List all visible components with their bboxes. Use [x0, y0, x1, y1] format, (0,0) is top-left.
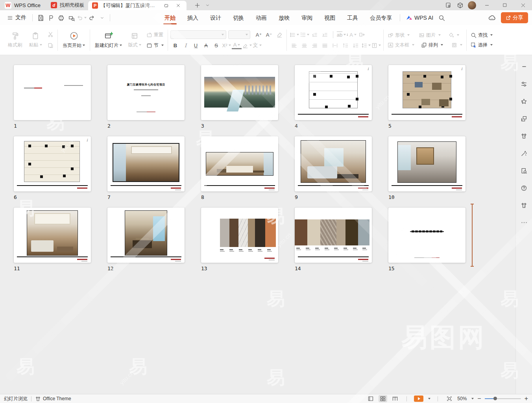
- cloud-status-icon[interactable]: [487, 13, 497, 23]
- tab-docer-templates[interactable]: d 找稻壳模板: [47, 0, 89, 10]
- tab-animations[interactable]: 动画: [251, 11, 272, 24]
- ceiling-plan-drawing: [24, 141, 80, 182]
- maximize-button[interactable]: [497, 0, 513, 10]
- slide-cell-14[interactable]: 14: [295, 208, 372, 272]
- slide-cell-4[interactable]: i 4: [295, 65, 372, 130]
- switch-window-icon[interactable]: [520, 114, 528, 123]
- file-menu-button[interactable]: 文件: [4, 14, 30, 21]
- play-options-chevron[interactable]: [428, 398, 430, 399]
- document-search-icon[interactable]: [520, 166, 528, 175]
- zoom-chevron[interactable]: [471, 398, 474, 399]
- more-tools-icon[interactable]: [520, 218, 528, 227]
- arrange-button[interactable]: 排列: [419, 41, 445, 49]
- decor-subtitle-line: [141, 95, 151, 96]
- slide-15-thumbnail[interactable]: [388, 208, 466, 263]
- slide-13-thumbnail[interactable]: [201, 208, 278, 263]
- slide-6-thumbnail[interactable]: i: [14, 136, 91, 191]
- slide-14-thumbnail[interactable]: [295, 208, 372, 263]
- user-avatar[interactable]: [467, 1, 477, 9]
- slide-7-thumbnail[interactable]: [107, 136, 185, 191]
- print-preview-icon[interactable]: [66, 13, 76, 23]
- divider: [400, 14, 400, 21]
- device-sync-icon[interactable]: [443, 2, 453, 8]
- tab-list-chevron[interactable]: [202, 0, 212, 10]
- zoom-level-label[interactable]: 50%: [457, 396, 467, 401]
- reading-view-icon[interactable]: [391, 395, 399, 402]
- minimize-button[interactable]: [478, 0, 495, 10]
- slide-2-thumbnail[interactable]: 厦门五缘湾恒禾七尚住宅项目: [107, 65, 185, 120]
- theme-skin-icon[interactable]: [520, 201, 528, 210]
- section-button[interactable]: 节: [145, 41, 165, 50]
- workspace-cube-icon[interactable]: [455, 2, 465, 9]
- tab-wps-home[interactable]: W WPS Office: [0, 0, 47, 10]
- zoom-slider[interactable]: [485, 398, 521, 399]
- tab-design[interactable]: 设计: [205, 11, 226, 24]
- slide-10-thumbnail[interactable]: [388, 136, 466, 191]
- zoom-out-button[interactable]: −: [477, 396, 481, 402]
- properties-sliders-icon[interactable]: [520, 80, 528, 88]
- slide-cell-13[interactable]: 13: [201, 208, 278, 272]
- tab-review[interactable]: 审阅: [296, 11, 318, 24]
- normal-view-icon[interactable]: [366, 395, 375, 402]
- slide-cell-12[interactable]: 12: [107, 208, 185, 272]
- collapse-sidebar-icon[interactable]: [520, 62, 528, 71]
- tab-slideshow[interactable]: 放映: [273, 11, 295, 24]
- decrease-font-icon: A⁻: [264, 30, 274, 39]
- slide-9-thumbnail[interactable]: [295, 136, 372, 191]
- fit-to-window-icon[interactable]: [445, 395, 454, 402]
- new-slide-button[interactable]: 新建幻灯片: [92, 30, 124, 50]
- tab-member[interactable]: 会员专享: [365, 11, 397, 24]
- slide-5-thumbnail[interactable]: i: [388, 65, 466, 120]
- slideshow-play-button[interactable]: [414, 396, 423, 402]
- slide-1-thumbnail[interactable]: [14, 65, 91, 120]
- select-button[interactable]: 选择: [469, 41, 494, 49]
- slide-cell-15[interactable]: 15: [388, 208, 466, 272]
- wps-ai-button[interactable]: WPS AI: [403, 15, 436, 21]
- slide-cell-11[interactable]: 11: [14, 208, 91, 272]
- zoom-in-button[interactable]: +: [525, 396, 528, 402]
- redo-icon[interactable]: [87, 13, 97, 23]
- beautify-shirt-icon[interactable]: [520, 132, 528, 140]
- slide-8-thumbnail[interactable]: [201, 136, 278, 191]
- print-icon[interactable]: [56, 13, 66, 23]
- save-icon[interactable]: [35, 13, 46, 23]
- share-button[interactable]: 分享: [501, 12, 528, 23]
- slide-cell-5[interactable]: i 5: [388, 65, 466, 130]
- slide-cell-7[interactable]: 7: [107, 136, 185, 201]
- zoom-slider-handle[interactable]: [493, 397, 497, 400]
- help-icon[interactable]: [520, 184, 528, 192]
- quick-access-chevron[interactable]: [97, 13, 107, 23]
- slide-cell-6[interactable]: i 6: [14, 136, 91, 201]
- slide-13-number: 13: [201, 266, 278, 271]
- slide-11-thumbnail[interactable]: [14, 208, 91, 263]
- slide-cell-9[interactable]: 9: [295, 136, 372, 201]
- slide-cell-10[interactable]: 10: [388, 136, 466, 201]
- close-window-button[interactable]: [515, 0, 531, 10]
- slide-sorter-view-icon[interactable]: [379, 395, 387, 402]
- slide-4-number: 4: [295, 123, 372, 129]
- find-button[interactable]: 查找: [469, 31, 494, 39]
- play-from-current-button[interactable]: 当页开始: [60, 30, 87, 50]
- decor-footer-logo: [171, 188, 181, 189]
- tab-transitions[interactable]: 切换: [228, 11, 249, 24]
- slide-cell-1[interactable]: 1: [14, 65, 91, 130]
- new-tab-button[interactable]: [192, 0, 202, 10]
- export-pdf-icon[interactable]: [46, 13, 56, 23]
- slide-cell-2[interactable]: 厦门五缘湾恒禾七尚住宅项目 2: [107, 65, 185, 130]
- close-tab-icon[interactable]: [174, 3, 183, 8]
- slide-4-thumbnail[interactable]: i: [295, 65, 372, 120]
- tab-active-document[interactable]: P 【可编辑】厦门五缘湾恒禾七: [88, 1, 187, 10]
- slide-cell-3[interactable]: 3: [201, 65, 278, 130]
- slide-12-thumbnail[interactable]: [107, 208, 185, 263]
- tab-view[interactable]: 视图: [319, 11, 340, 24]
- tab-insert[interactable]: 插入: [182, 11, 203, 24]
- slide-cell-8[interactable]: 8: [201, 136, 278, 201]
- font-name-select: [170, 30, 226, 39]
- search-icon[interactable]: [436, 13, 447, 23]
- magic-wand-icon[interactable]: [520, 149, 528, 158]
- slide-3-thumbnail[interactable]: [201, 65, 278, 120]
- tab-home[interactable]: 开始: [159, 11, 181, 24]
- tab-tools[interactable]: 工具: [342, 11, 363, 24]
- favorites-star-icon[interactable]: [520, 97, 528, 106]
- slide-sorter-canvas[interactable]: 1 厦门五缘湾恒禾七尚住宅项目 2 3 i 4: [0, 55, 515, 394]
